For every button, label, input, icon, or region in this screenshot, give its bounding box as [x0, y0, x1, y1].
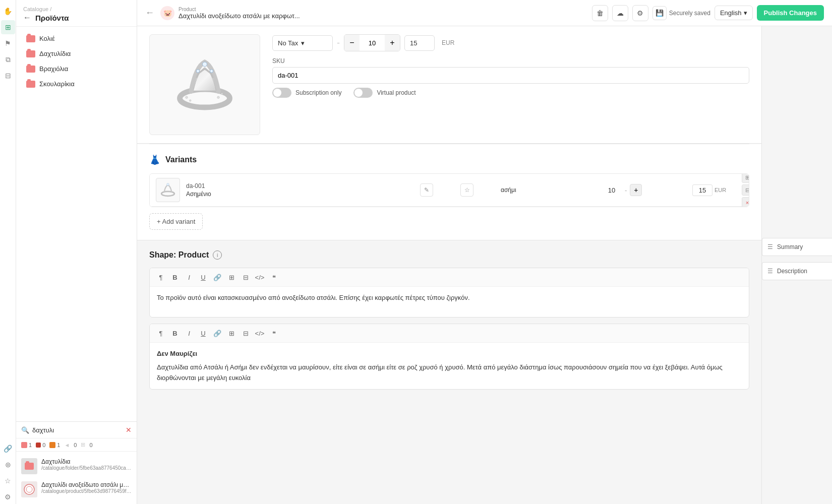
- summary-label-icon: ☰: [767, 243, 773, 250]
- qty-decrease-button[interactable]: −: [344, 35, 360, 51]
- qty-increase-button[interactable]: +: [385, 35, 400, 51]
- desc-toolbar-table1-button[interactable]: ⊞: [225, 327, 237, 339]
- tax-separator: -: [337, 38, 340, 48]
- desc-toolbar-bold-button[interactable]: B: [169, 327, 181, 339]
- filter-dot-red: [36, 443, 41, 448]
- sidebar-icon-flag[interactable]: ⚑: [1, 36, 15, 50]
- product-image-container: [149, 34, 260, 135]
- variant-stock-increase-button[interactable]: +: [630, 184, 642, 196]
- nav-items: Κολιέ Δαχτυλίδια Βραχιόλια Σκουλαρίκια: [16, 27, 137, 421]
- qty-input[interactable]: [360, 35, 385, 51]
- result-info-2: Δαχτυλίδι ανοξείδωτο ατσάλι με καρφωτές …: [41, 481, 132, 494]
- filter-count-grid: 0: [89, 442, 92, 448]
- desc-toolbar-quote-button[interactable]: ❝: [268, 327, 280, 339]
- description-content[interactable]: Δεν Μαυρίζει Δαχτυλίδια από Ατσάλι ή Ασή…: [150, 343, 749, 389]
- toolbar-code-button[interactable]: </>: [254, 271, 266, 283]
- toolbar-table2-button[interactable]: ⊟: [240, 271, 252, 283]
- nav-item-daxtylidia[interactable]: Δαχτυλίδια: [19, 46, 134, 61]
- product-name-label: Δαχτυλίδι ανοξείδωτο ατσάλι με καρφωτ...: [179, 12, 300, 20]
- stock-separator: -: [625, 186, 627, 194]
- folder-icon: [26, 66, 35, 73]
- result-name-2: Δαχτυλίδι ανοξείδωτο ατσάλι με καρφωτές …: [41, 481, 132, 488]
- toolbar-paragraph-button[interactable]: ¶: [155, 271, 167, 283]
- sidebar-icon-apps[interactable]: ⊟: [1, 69, 15, 83]
- sidebar-icon-layers[interactable]: ⧉: [1, 52, 15, 67]
- toolbar-bold-button[interactable]: B: [169, 271, 181, 283]
- search-result-folder[interactable]: Δαχτυλίδια /catalogue/folder/5fbe63aa877…: [16, 455, 137, 478]
- desc-toolbar-paragraph-button[interactable]: ¶: [155, 327, 167, 339]
- product-top-section: No Tax ▾ - − + 15 EUR: [137, 26, 761, 144]
- variant-edit-button[interactable]: ✎: [420, 183, 433, 197]
- desc-toolbar-link-button[interactable]: 🔗: [211, 327, 223, 339]
- nav-item-kolie[interactable]: Κολιέ: [19, 31, 134, 46]
- product-indicator: 🐷 Product Δαχτυλίδι ανοξείδωτο ατσάλι με…: [160, 6, 300, 20]
- svg-point-4: [196, 70, 199, 73]
- summary-label-button[interactable]: ☰ Summary: [762, 238, 832, 256]
- sidebar-icon-hand[interactable]: ✋: [1, 4, 15, 18]
- sidebar-icon-puzzle[interactable]: ⊛: [1, 458, 15, 472]
- desc-toolbar-italic-button[interactable]: I: [183, 327, 195, 339]
- sidebar-icon-settings[interactable]: ⚙: [1, 490, 15, 504]
- sidebar-icon-star[interactable]: ☆: [1, 474, 15, 488]
- saved-status: 💾 Securely saved: [652, 6, 710, 20]
- svg-point-3: [203, 62, 207, 67]
- toolbar-quote-button[interactable]: ❝: [268, 271, 280, 283]
- summary-content[interactable]: Το προϊόν αυτό είναι κατασκευασμένο από …: [150, 287, 749, 317]
- desc-toolbar-underline-button[interactable]: U: [197, 327, 209, 339]
- search-input[interactable]: [32, 426, 123, 434]
- toolbar-link-button[interactable]: 🔗: [211, 271, 223, 283]
- saved-text: Securely saved: [669, 10, 710, 17]
- toolbar-underline-button[interactable]: U: [197, 271, 209, 283]
- svg-point-6: [186, 96, 188, 99]
- nav-title: Προϊόντα: [35, 14, 69, 22]
- qty-control: − +: [344, 34, 400, 51]
- virtual-label: Virtual product: [377, 89, 415, 96]
- description-toolbar: ¶ B I U 🔗 ⊞ ⊟ </> ❝: [150, 324, 749, 343]
- toolbar-table1-button[interactable]: ⊞: [225, 271, 237, 283]
- cloud-button[interactable]: ☁: [612, 5, 628, 21]
- publish-button[interactable]: Publish Changes: [757, 5, 824, 21]
- delete-button[interactable]: 🗑: [592, 5, 608, 21]
- desc-toolbar-code-button[interactable]: </>: [254, 327, 266, 339]
- variant-star-button[interactable]: ☆: [460, 183, 473, 197]
- summary-editor: ¶ B I U 🔗 ⊞ ⊟ </> ❝ Το προϊόν αυτό είναι…: [149, 268, 749, 318]
- back-button[interactable]: ←: [145, 8, 154, 18]
- sku-input[interactable]: [272, 67, 749, 84]
- search-filters: 1 0 1 ◄ 0 ⊞ 0: [16, 438, 137, 452]
- top-bar: ← 🐷 Product Δαχτυλίδι ανοξείδωτο ατσάλι …: [137, 0, 832, 26]
- desc-toolbar-table2-button[interactable]: ⊟: [240, 327, 252, 339]
- nav-panel: Catalogue / ← Προϊόντα Κολιέ Δαχτυλίδια …: [16, 0, 137, 504]
- filter-count-red: 0: [42, 442, 45, 448]
- filter-count-pink: 1: [29, 442, 32, 448]
- result-name: Δαχτυλίδια: [41, 458, 132, 465]
- icon-sidebar: ✋ ⊞ ⚑ ⧉ ⊟ 🔗 ⊛ ☆ ⚙: [0, 0, 16, 504]
- chevron-down-icon: ▾: [744, 9, 747, 17]
- section-header-variants: 👗 Variants: [149, 154, 749, 165]
- search-result-product[interactable]: Δαχτυλίδι ανοξείδωτο ατσάλι με καρφωτές …: [16, 478, 137, 501]
- tax-select[interactable]: No Tax ▾: [272, 35, 333, 51]
- sidebar-icon-grid[interactable]: ⊞: [1, 20, 15, 34]
- shape-info-icon[interactable]: i: [213, 250, 222, 260]
- sidebar-icon-link[interactable]: 🔗: [1, 442, 15, 456]
- app-container: ✋ ⊞ ⚑ ⧉ ⊟ 🔗 ⊛ ☆ ⚙ Catalogue / ← Προϊόντα…: [0, 0, 832, 504]
- variant-expand-button[interactable]: ⊞: [742, 173, 749, 183]
- back-arrow-button[interactable]: ←: [23, 13, 31, 22]
- search-clear-button[interactable]: ✕: [126, 426, 132, 434]
- toolbar-italic-button[interactable]: I: [183, 271, 195, 283]
- svg-point-10: [161, 192, 174, 196]
- nav-item-skoularia[interactable]: Σκουλαρίκια: [19, 77, 134, 91]
- virtual-toggle[interactable]: [353, 88, 373, 98]
- filter-count-orange: 1: [57, 442, 60, 448]
- description-label-button[interactable]: ☰ Description: [762, 262, 832, 280]
- subscription-toggle[interactable]: [272, 88, 291, 98]
- variant-delete-button[interactable]: ×: [742, 197, 749, 207]
- result-thumb-folder: [21, 458, 37, 474]
- nav-item-vrachiolia[interactable]: Βραχιόλια: [19, 61, 134, 76]
- language-selector[interactable]: English ▾: [715, 6, 753, 20]
- variant-collapse-button[interactable]: ⊟: [742, 184, 749, 196]
- nav-item-label: Κολιέ: [39, 35, 55, 42]
- variant-currency: EUR: [715, 187, 726, 193]
- add-variant-button[interactable]: + Add variant: [149, 213, 203, 230]
- settings-button[interactable]: ⚙: [632, 5, 648, 21]
- filter-pink: 1: [21, 442, 32, 448]
